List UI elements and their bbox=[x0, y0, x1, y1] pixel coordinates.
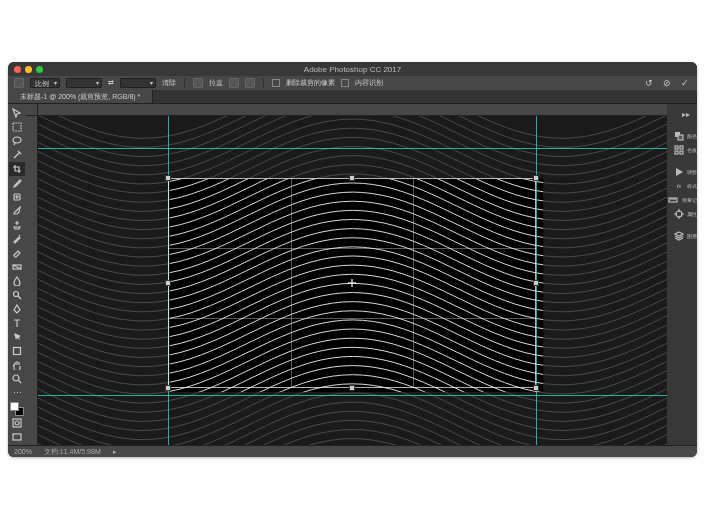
crop-grid-line bbox=[291, 178, 292, 388]
app-window: Adobe Photoshop CC 2017 比例 ⇄ 清除 拉直 删除裁剪的… bbox=[8, 62, 697, 457]
svg-point-4 bbox=[14, 292, 19, 297]
grid-icon bbox=[673, 144, 685, 156]
svg-rect-0 bbox=[13, 123, 21, 131]
crop-tool-preset-icon[interactable] bbox=[14, 78, 24, 88]
clone-stamp-tool[interactable] bbox=[9, 218, 25, 232]
crop-grid-line bbox=[168, 248, 536, 249]
reset-crop-button[interactable]: ↺ bbox=[643, 78, 655, 88]
play-icon bbox=[673, 166, 685, 178]
right-dock: ▸▸ 颜色 色板 调整 f bbox=[667, 104, 697, 445]
magic-wand-tool[interactable] bbox=[9, 148, 25, 162]
type-tool[interactable] bbox=[9, 316, 25, 330]
crop-handle-tr[interactable] bbox=[533, 175, 539, 181]
crop-ratio-select[interactable]: 比例 bbox=[30, 78, 60, 88]
quick-mask-toggle[interactable] bbox=[9, 416, 25, 430]
doc-info-flyout-icon[interactable]: ▸ bbox=[113, 448, 117, 456]
svg-point-8 bbox=[15, 421, 19, 425]
options-bar: 比例 ⇄ 清除 拉直 删除裁剪的像素 内容识别 ↺ ⊘ ✓ bbox=[8, 76, 697, 90]
canvas[interactable] bbox=[38, 116, 667, 445]
document-tabs: 未标题-1 @ 200% (裁剪预览, RGB/8) * bbox=[8, 90, 697, 104]
crop-handle-t[interactable] bbox=[349, 175, 355, 181]
color-swatch[interactable] bbox=[10, 402, 24, 416]
guide-horizontal[interactable] bbox=[38, 395, 667, 396]
panel-styles[interactable]: fx 样式 bbox=[673, 180, 697, 192]
ruler-horizontal[interactable] bbox=[38, 104, 667, 116]
ruler-vertical[interactable] bbox=[26, 116, 38, 445]
zoom-tool[interactable] bbox=[9, 372, 25, 386]
panel-properties[interactable]: 属性 bbox=[673, 208, 697, 220]
eyedropper-tool[interactable] bbox=[9, 176, 25, 190]
status-bar: 200% 文档:11.4M/5.98M ▸ bbox=[8, 445, 697, 457]
straighten-icon[interactable] bbox=[193, 78, 203, 88]
history-brush-tool[interactable] bbox=[9, 232, 25, 246]
overlay-options-icon[interactable] bbox=[229, 78, 239, 88]
content-aware-checkbox[interactable] bbox=[341, 79, 349, 87]
clear-button[interactable]: 清除 bbox=[162, 78, 176, 88]
svg-rect-16 bbox=[680, 146, 683, 149]
crop-grid-line bbox=[168, 318, 536, 319]
panel-layers[interactable]: 图层 bbox=[673, 230, 697, 242]
path-selection-tool[interactable] bbox=[9, 330, 25, 344]
marquee-tool[interactable] bbox=[9, 120, 25, 134]
crop-tool[interactable] bbox=[9, 162, 25, 176]
healing-brush-tool[interactable] bbox=[9, 190, 25, 204]
titlebar: Adobe Photoshop CC 2017 bbox=[8, 62, 697, 76]
cancel-crop-button[interactable]: ⊘ bbox=[661, 78, 673, 88]
svg-rect-7 bbox=[13, 419, 21, 427]
content-aware-label: 内容识别 bbox=[355, 78, 383, 88]
move-tool[interactable] bbox=[9, 106, 25, 120]
delete-cropped-checkbox[interactable] bbox=[272, 79, 280, 87]
panel-color[interactable]: 颜色 bbox=[673, 130, 697, 142]
crop-grid-line bbox=[413, 178, 414, 388]
crop-handle-r[interactable] bbox=[533, 280, 539, 286]
crop-handle-tl[interactable] bbox=[165, 175, 171, 181]
doc-info[interactable]: 文档:11.4M/5.98M bbox=[44, 447, 101, 457]
fx-icon: fx bbox=[673, 180, 685, 192]
foreground-color-swatch[interactable] bbox=[10, 402, 19, 411]
crop-handle-bl[interactable] bbox=[165, 385, 171, 391]
app-title: Adobe Photoshop CC 2017 bbox=[8, 65, 697, 74]
hand-tool[interactable] bbox=[9, 358, 25, 372]
guide-horizontal[interactable] bbox=[38, 148, 667, 149]
svg-rect-14 bbox=[678, 135, 683, 140]
brush-tool[interactable] bbox=[9, 204, 25, 218]
crop-height-input[interactable] bbox=[120, 78, 156, 88]
panel-measure[interactable]: 测量记录 bbox=[667, 194, 697, 206]
ruler-corner bbox=[26, 104, 38, 116]
eraser-tool[interactable] bbox=[9, 246, 25, 260]
document-tab[interactable]: 未标题-1 @ 200% (裁剪预览, RGB/8) * bbox=[8, 90, 153, 103]
ruler-icon bbox=[667, 194, 679, 206]
svg-rect-5 bbox=[14, 348, 21, 355]
crop-handle-l[interactable] bbox=[165, 280, 171, 286]
svg-rect-15 bbox=[675, 146, 678, 149]
crop-handle-br[interactable] bbox=[533, 385, 539, 391]
zoom-level[interactable]: 200% bbox=[14, 448, 32, 455]
commit-crop-button[interactable]: ✓ bbox=[679, 78, 691, 88]
expand-dock-icon[interactable]: ▸▸ bbox=[680, 108, 692, 120]
svg-rect-17 bbox=[675, 151, 678, 154]
target-icon bbox=[673, 208, 685, 220]
crop-width-input[interactable] bbox=[66, 78, 102, 88]
blur-tool[interactable] bbox=[9, 274, 25, 288]
straighten-label: 拉直 bbox=[209, 78, 223, 88]
crop-options-icon[interactable] bbox=[245, 78, 255, 88]
crop-center-icon bbox=[348, 279, 356, 287]
crop-handle-b[interactable] bbox=[349, 385, 355, 391]
crop-region[interactable] bbox=[168, 178, 536, 388]
gradient-tool[interactable] bbox=[9, 260, 25, 274]
dodge-tool[interactable] bbox=[9, 288, 25, 302]
panel-adjustments[interactable]: 调整 bbox=[673, 166, 697, 178]
svg-rect-18 bbox=[680, 151, 683, 154]
svg-point-6 bbox=[13, 375, 19, 381]
pen-tool[interactable] bbox=[9, 302, 25, 316]
lasso-tool[interactable] bbox=[9, 134, 25, 148]
svg-rect-9 bbox=[13, 434, 21, 440]
panel-swatches[interactable]: 色板 bbox=[673, 144, 697, 156]
shape-tool[interactable] bbox=[9, 344, 25, 358]
swap-dimensions-button[interactable]: ⇄ bbox=[108, 79, 114, 87]
edit-toolbar-button[interactable]: ⋯ bbox=[9, 386, 25, 400]
canvas-area bbox=[26, 104, 667, 445]
screen-mode-toggle[interactable] bbox=[9, 430, 25, 444]
tools-panel: ⋯ bbox=[8, 104, 26, 445]
delete-cropped-label: 删除裁剪的像素 bbox=[286, 78, 335, 88]
